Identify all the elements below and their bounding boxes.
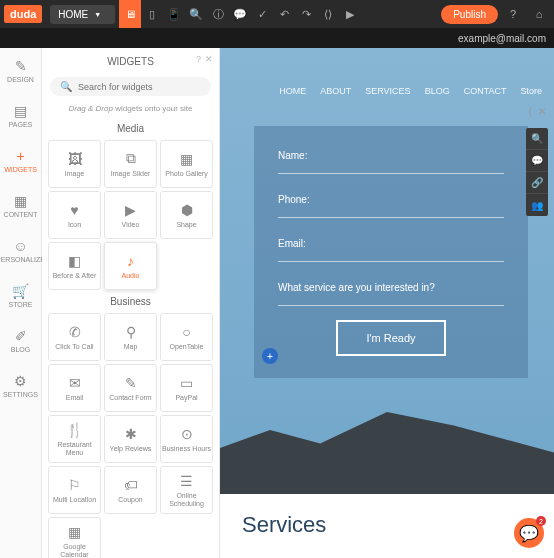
nav-settings[interactable]: ⚙SETTINGS [0,363,41,408]
widget-icon: ✱ [125,426,137,442]
sitenav-services[interactable]: SERVICES [365,86,410,96]
close-icon[interactable]: ✕ [538,106,546,117]
nav-personalize[interactable]: ☺PERSONALIZE [0,228,41,273]
widget-shape[interactable]: ⬢Shape [160,191,213,239]
widget-google-calendar[interactable]: ▦Google Calendar [48,517,101,558]
redo-icon[interactable]: ↷ [295,0,317,28]
store-icon: 🛒 [12,283,29,299]
widget-opentable[interactable]: ○OpenTable [160,313,213,361]
widget-icon: 🍴 [66,422,83,438]
nav-design[interactable]: ✎DESIGN [0,48,41,93]
phone-field[interactable]: Phone: [278,188,504,218]
nav-store[interactable]: 🛒STORE [0,273,41,318]
widgets-icon: + [16,148,24,164]
hero-image [220,412,554,502]
search-icon: 🔍 [60,81,72,92]
site-canvas[interactable]: HOMEABOUTSERVICESBLOGCONTACTStore Name: … [220,48,554,558]
drag-hint: Drag & Drop widgets onto your site [42,100,219,117]
widget-image[interactable]: 🖼Image [48,140,101,188]
widget-online-scheduling[interactable]: ☰Online Scheduling [160,466,213,514]
nav-content[interactable]: ▦CONTENT [0,183,41,228]
search-input[interactable] [78,82,201,92]
email-field[interactable]: Email: [278,232,504,262]
info-icon[interactable]: ⓘ [207,0,229,28]
tablet-view-icon[interactable]: ▯ [141,0,163,28]
widget-email[interactable]: ✉Email [48,364,101,412]
dev-icon[interactable]: ⟨⟩ [317,0,339,28]
sitenav-about[interactable]: ABOUT [320,86,351,96]
widget-image-slider[interactable]: ⧉Image Slider [104,140,157,188]
search-icon[interactable]: 🔍 [185,0,207,28]
widget-paypal[interactable]: ▭PayPal [160,364,213,412]
collapse-icon[interactable]: ⟨ [528,106,532,117]
floating-toolbar: 🔍 💬 🔗 👥 [526,128,548,216]
email-display: example@mail.com [458,33,546,44]
nav-blog[interactable]: ✐BLOG [0,318,41,363]
widget-click-to-call[interactable]: ✆Click To Call [48,313,101,361]
tool-link-icon[interactable]: 🔗 [526,172,548,194]
nav-pages[interactable]: ▤PAGES [0,93,41,138]
tool-share-icon[interactable]: 👥 [526,194,548,216]
chat-bubble[interactable]: 💬 [514,518,544,548]
widget-icon: ▶ [125,202,136,218]
sitenav-contact[interactable]: CONTACT [464,86,507,96]
services-section: Services [220,494,554,558]
nav-widgets[interactable]: +WIDGETS [0,138,41,183]
home-icon[interactable]: ⌂ [528,0,550,28]
sitenav-home[interactable]: HOME [279,86,306,96]
publish-button[interactable]: Publish [441,5,498,24]
widget-icon: ♥ [70,202,78,218]
widget-map[interactable]: ⚲Map [104,313,157,361]
page-selector[interactable]: HOME ▼ [50,5,115,24]
settings-icon: ⚙ [14,373,27,389]
widget-business-hours[interactable]: ⊙Business Hours [160,415,213,463]
tool-chat-icon[interactable]: 💬 [526,150,548,172]
sitenav-store[interactable]: Store [520,86,542,96]
chevron-down-icon: ▼ [94,11,101,18]
pages-icon: ▤ [14,103,27,119]
add-section-button[interactable]: + [262,348,278,364]
mobile-view-icon[interactable]: 📱 [163,0,185,28]
content-icon: ▦ [14,193,27,209]
category-title: Business [42,290,219,313]
personalize-icon: ☺ [13,238,27,254]
widget-coupon[interactable]: 🏷Coupon [104,466,157,514]
widget-icon: ○ [182,324,190,340]
widget-photo-gallery[interactable]: ▦Photo Gallery [160,140,213,188]
panel-help-icon[interactable]: ? [196,54,201,64]
widget-yelp-reviews[interactable]: ✱Yelp Reviews [104,415,157,463]
service-field[interactable]: What service are you interested in? [278,276,504,306]
widget-audio[interactable]: ♪Audio [104,242,157,290]
help-icon[interactable]: ? [502,0,524,28]
widget-search[interactable]: 🔍 [50,77,211,96]
widget-icon: ⬢ [181,202,193,218]
widget-icon: ✎ [125,375,137,391]
widget-restaurant-menu[interactable]: 🍴Restaurant Menu [48,415,101,463]
name-field[interactable]: Name: [278,144,504,174]
brand-logo: duda [4,5,42,23]
widget-icon: ⊙ [181,426,193,442]
widget-icon: 🏷 [124,477,138,493]
preview-icon[interactable]: ▶ [339,0,361,28]
widget-video[interactable]: ▶Video [104,191,157,239]
widget-icon: ✆ [69,324,81,340]
panel-close-icon[interactable]: ✕ [205,54,213,64]
comment-icon[interactable]: 💬 [229,0,251,28]
category-title: Media [42,117,219,140]
widget-multi-location[interactable]: ⚐Multi Location [48,466,101,514]
widget-icon[interactable]: ♥Icon [48,191,101,239]
widget-icon: ⚐ [68,477,81,493]
check-icon[interactable]: ✓ [251,0,273,28]
widget-icon: ♪ [127,253,134,269]
tool-search-icon[interactable]: 🔍 [526,128,548,150]
widget-icon: ⧉ [126,150,136,167]
undo-icon[interactable]: ↶ [273,0,295,28]
sitenav-blog[interactable]: BLOG [425,86,450,96]
submit-button[interactable]: I'm Ready [336,320,445,356]
desktop-view-icon[interactable]: 🖥 [119,0,141,28]
widget-icon: ▦ [68,524,81,540]
section-title: Services [242,512,532,538]
widget-contact-form[interactable]: ✎Contact Form [104,364,157,412]
widget-before-after[interactable]: ◧Before & After [48,242,101,290]
widget-icon: ✉ [69,375,81,391]
